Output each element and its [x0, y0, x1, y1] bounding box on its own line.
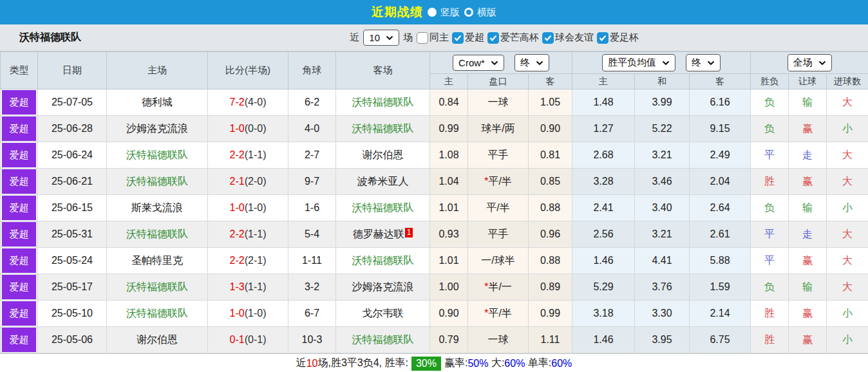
home-team-link[interactable]: 谢尔伯恩 — [137, 334, 178, 345]
avg-odds-win: 1.27 — [572, 116, 635, 142]
filter-label: 爱足杯 — [610, 32, 639, 44]
radio-unselected-icon[interactable] — [464, 8, 473, 17]
corner-score: 2-7 — [288, 142, 336, 169]
corner-score: 6-2 — [288, 89, 336, 116]
away-team-link[interactable]: 沃特福德联队 — [352, 255, 414, 266]
result-handicap-cell: 输 — [789, 195, 827, 221]
avg-odds-lose: 5.88 — [690, 248, 751, 274]
avg-odds-win: 2.41 — [572, 195, 635, 221]
subheader-result-wdl: 胜负 — [751, 74, 789, 89]
result-wdl: 平 — [764, 255, 775, 266]
home-team-link[interactable]: 斯莱戈流浪 — [131, 202, 183, 213]
layout-radio-vertical[interactable]: 竖版 — [428, 6, 460, 19]
away-team-link[interactable]: 沙姆洛克流浪 — [352, 281, 414, 292]
avg-state-value: 终 — [692, 57, 701, 69]
summary-segment: 单率: — [525, 357, 551, 370]
checkbox-icon[interactable] — [487, 32, 499, 44]
league-type-cell: 爱超 — [1, 301, 38, 327]
handicap-odds-home: 1.08 — [430, 142, 468, 169]
away-team-link[interactable]: 波希米亚人 — [357, 176, 409, 187]
layout-radio-horizontal[interactable]: 横版 — [464, 6, 496, 19]
league-filter-checkbox[interactable]: 爱超 — [452, 32, 484, 44]
result-goals-cell: 小 — [827, 116, 868, 142]
summary-segment: 赢率: — [444, 357, 467, 370]
full-time-score: 7-2 — [230, 97, 245, 107]
home-team-link[interactable]: 沃特福德联队 — [126, 228, 188, 239]
radio-selected-icon[interactable] — [428, 8, 437, 17]
table-row: 爱超 25-05-24 圣帕特里克 2-2(2-1) 1-11 沃特福德联队 1… — [1, 248, 868, 274]
league-filter-checkbox[interactable]: 球会友谊 — [542, 32, 594, 44]
home-team-link[interactable]: 沃特福德联队 — [126, 281, 188, 292]
away-team-cell: 德罗赫达联1 — [336, 221, 430, 248]
avg-odds-value: 胜平负均值 — [608, 57, 656, 69]
score-cell: 1-0(1-0) — [208, 301, 288, 327]
summary-line: 近10场,胜3平3负4, 胜率:30%赢率:50% 大:60% 单率:60% — [0, 353, 868, 372]
avg-odds-win: 1.48 — [572, 89, 635, 116]
checkbox-icon[interactable] — [452, 32, 464, 44]
odds-company-select[interactable]: Crow* — [453, 55, 504, 71]
home-team-link[interactable]: 沙姆洛克流浪 — [126, 123, 188, 134]
away-team-cell: 沃特福德联队 — [336, 195, 430, 221]
avg-odds-lose: 2.61 — [690, 221, 751, 248]
odds-state-select[interactable]: 终 — [514, 54, 549, 71]
header-away: 客场 — [336, 52, 430, 89]
avg-odds-draw: 3.99 — [635, 89, 690, 116]
away-team-link[interactable]: 戈尔韦联 — [363, 308, 404, 319]
handicap-odds-away: 0.81 — [529, 142, 572, 169]
result-goals: 大 — [842, 228, 853, 239]
away-team-link[interactable]: 沃特福德联队 — [352, 202, 414, 213]
corner-score: 4-0 — [288, 116, 336, 142]
away-team-link[interactable]: 沃特福德联队 — [352, 123, 414, 134]
away-team-link[interactable]: 沃特福德联队 — [352, 334, 414, 345]
result-wdl-cell: 平 — [751, 221, 789, 248]
league-type-badge: 爱超 — [2, 196, 36, 220]
avg-odds-draw: 4.41 — [635, 248, 690, 274]
handicap-line-text: 一球 — [488, 97, 509, 107]
home-team-link[interactable]: 沃特福德联队 — [126, 308, 188, 319]
league-type-badge: 爱超 — [2, 116, 36, 141]
result-goals-cell: 大 — [827, 248, 868, 274]
home-team-cell: 沃特福德联队 — [107, 274, 208, 301]
checkbox-icon[interactable] — [417, 32, 428, 44]
home-team-link[interactable]: 圣帕特里克 — [131, 255, 183, 266]
home-team-link[interactable]: 德利城 — [142, 97, 173, 107]
avg-state-select[interactable]: 终 — [686, 54, 721, 71]
subheader-result-handicap: 让球 — [789, 74, 827, 89]
chevron-down-icon — [707, 60, 715, 66]
home-team-link[interactable]: 沃特福德联队 — [126, 149, 188, 160]
away-team-link[interactable]: 德罗赫达联 — [353, 228, 404, 239]
home-team-link[interactable]: 沃特福德联队 — [126, 176, 188, 187]
league-type-badge: 爱超 — [2, 143, 36, 167]
away-team-cell: 沃特福德联队 — [336, 327, 430, 353]
league-filter-checkbox[interactable]: 同主 — [417, 32, 449, 44]
result-handicap: 赢 — [802, 255, 813, 266]
checkbox-icon[interactable] — [542, 32, 554, 44]
result-goals: 大 — [842, 176, 853, 187]
checkbox-icon[interactable] — [597, 32, 609, 44]
handicap-line-text: 一球 — [488, 334, 509, 345]
away-team-link[interactable]: 谢尔伯恩 — [363, 149, 404, 160]
handicap-line: 一/球半 — [468, 248, 529, 274]
handicap-line-text: 半/一 — [488, 281, 511, 292]
score-cell: 2-2(1-1) — [208, 221, 288, 248]
league-type-cell: 爱超 — [1, 248, 38, 274]
scope-select[interactable]: 全场 — [788, 54, 832, 71]
home-team-cell: 谢尔伯恩 — [107, 327, 208, 353]
away-team-link[interactable]: 沃特福德联队 — [352, 97, 414, 107]
result-handicap-cell: 赢 — [789, 301, 827, 327]
result-wdl: 平 — [764, 228, 775, 239]
league-filter-checkbox[interactable]: 爱足杯 — [597, 32, 639, 44]
avg-odds-select[interactable]: 胜平负均值 — [602, 54, 675, 71]
avg-odds-draw: 3.30 — [635, 301, 690, 327]
corner-score: 1-6 — [288, 195, 336, 221]
subheader-handicap-home: 主 — [430, 74, 468, 89]
recent-results-table: 类型 日期 主场 比分(半场) 角球 客场 Crow* 终 — [0, 51, 868, 353]
handicap-odds-away: 0.90 — [529, 116, 572, 142]
result-goals: 小 — [842, 334, 853, 345]
match-count-select[interactable]: 10 — [363, 30, 399, 46]
result-wdl-cell: 胜 — [751, 301, 789, 327]
handicap-odds-away: 1.05 — [529, 89, 572, 116]
result-wdl: 负 — [764, 97, 775, 107]
league-filter-checkbox[interactable]: 爱芒高杯 — [487, 32, 539, 44]
result-handicap-cell: 走 — [789, 142, 827, 169]
